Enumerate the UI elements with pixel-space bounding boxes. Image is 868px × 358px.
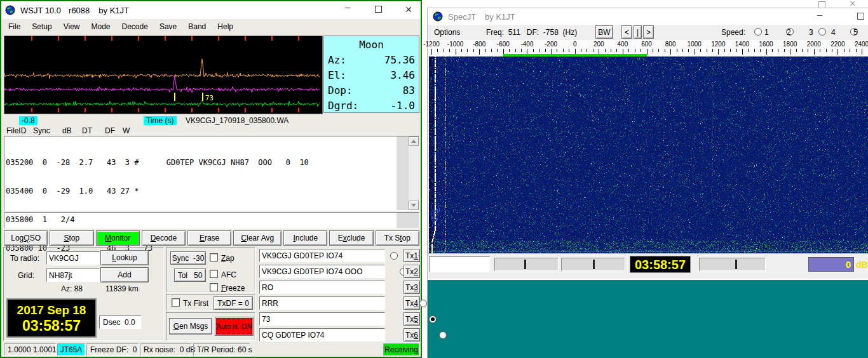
- wsjt-titlebar[interactable]: WSJT 10.0 r6088 by K1JT – ×: [1, 1, 421, 19]
- auto-button[interactable]: Auto is ON: [215, 317, 254, 336]
- message-box: [429, 256, 490, 272]
- tx4-button[interactable]: Tx4: [403, 296, 420, 310]
- nav-right-button[interactable]: >: [643, 25, 654, 39]
- wsjt-minimize-button[interactable]: –: [337, 0, 358, 15]
- txdf-button[interactable]: TxDF = 0: [214, 296, 253, 310]
- moon-az-label: Az:: [328, 53, 346, 68]
- speed-radio-3[interactable]: [818, 28, 826, 36]
- gain-slider-2[interactable]: [561, 258, 625, 271]
- bw-button[interactable]: BW: [595, 25, 613, 39]
- stop-button[interactable]: Stop: [50, 230, 93, 246]
- speed-radio-1[interactable]: [754, 28, 762, 36]
- tx-stop-button[interactable]: Tx Stop: [376, 230, 419, 246]
- specjt-title: SpecJT: [448, 12, 476, 22]
- exclude-button[interactable]: Exclude: [329, 230, 373, 246]
- wsjt-title-rev: r6088: [69, 6, 90, 15]
- freeze-checkbox[interactable]: [210, 283, 218, 291]
- specjt-maximize-button[interactable]: [850, 8, 868, 25]
- tx-radio-6[interactable]: [439, 331, 447, 339]
- tx3-message-input[interactable]: [259, 281, 385, 294]
- nav-center-button[interactable]: |: [634, 25, 642, 39]
- moon-az-value: 75.36: [384, 53, 415, 68]
- nav-left-button[interactable]: <: [621, 25, 632, 39]
- wsjt-title-by: by K1JT: [98, 6, 129, 15]
- menu-help[interactable]: Help: [212, 20, 239, 34]
- average-text-area[interactable]: 035800 1 2/4: [4, 212, 419, 229]
- tx6-message-input[interactable]: [259, 328, 385, 341]
- specjt-app-icon: [433, 11, 443, 22]
- tx5-message-input[interactable]: [259, 312, 385, 326]
- tx6-button[interactable]: Tx6: [403, 328, 420, 341]
- tx4-message-input[interactable]: [259, 296, 385, 310]
- wsjt-close-button[interactable]: ×: [398, 1, 419, 18]
- arrow-down-icon: [411, 204, 416, 207]
- graph-xstart-label: -0.8: [19, 116, 37, 125]
- col-df: DF: [105, 126, 115, 135]
- scroll-up-button[interactable]: [409, 136, 419, 146]
- menu-decode[interactable]: Decode: [116, 20, 154, 34]
- specjt-title-by: by K1JT: [485, 12, 515, 22]
- speed-label: Speed:: [721, 28, 745, 37]
- tx-first-label: Tx First: [183, 299, 208, 308]
- tx1-button[interactable]: Tx1: [403, 249, 420, 262]
- tx2-message-input[interactable]: [259, 265, 385, 278]
- signal-graph: [4, 36, 323, 114]
- specjt-titlebar[interactable]: SpecJT by K1JT –: [428, 8, 868, 25]
- freeze-label: Freeze: [221, 284, 245, 293]
- status-mode: JT65A: [57, 343, 85, 356]
- options-menu[interactable]: Options: [434, 28, 460, 37]
- tx2-button[interactable]: Tx2: [403, 265, 420, 278]
- decode-button[interactable]: Decode: [142, 230, 186, 246]
- tx-radio-4[interactable]: [419, 300, 427, 307]
- tx5-button[interactable]: Tx5: [403, 312, 420, 326]
- wav-filename: VK9CGJ_170918_035800.WA: [186, 116, 288, 125]
- tx1-message-input[interactable]: [259, 249, 385, 262]
- status-rx-noise: Rx noise: 0 dB: [140, 343, 192, 356]
- wsjt-window: WSJT 10.0 r6088 by K1JT – × File Setup V…: [0, 0, 422, 358]
- specjt-minimize-button[interactable]: –: [809, 6, 831, 23]
- include-button[interactable]: Include: [283, 230, 327, 246]
- zap-label: Zap: [221, 254, 234, 263]
- monitor-button[interactable]: Monitor: [96, 230, 140, 246]
- menu-save[interactable]: Save: [154, 20, 182, 34]
- menu-mode[interactable]: Mode: [86, 20, 116, 34]
- waterfall-display[interactable]: [429, 56, 868, 253]
- specjt-time-value: 03:58:57: [635, 258, 686, 272]
- status-receiving: Receiving: [383, 343, 419, 356]
- log-qso-button[interactable]: Log QSO: [4, 230, 48, 246]
- frequency-ruler: -1200-1000-800-600-400-20002004006008001…: [428, 40, 868, 56]
- gen-msgs-button[interactable]: Gen Msgs: [169, 318, 212, 335]
- specjt-control-strip: 03:58:57 0 dB: [428, 253, 868, 275]
- clear-avg-button[interactable]: Clear Avg: [233, 230, 281, 246]
- gen-msgs-panel: Gen Msgs Auto is ON: [166, 312, 255, 341]
- tx-radio-1[interactable]: [390, 252, 398, 260]
- menu-band[interactable]: Band: [182, 20, 212, 34]
- menu-view[interactable]: View: [58, 20, 86, 34]
- specjt-clock: 03:58:57: [630, 256, 691, 273]
- scroll-down-button[interactable]: [409, 201, 419, 210]
- speed-4-label: 4: [831, 28, 836, 37]
- sync-panel: Sync -30 Zap Tol 50 AFC Freeze: [166, 247, 255, 293]
- wsjt-maximize-button[interactable]: [367, 1, 389, 18]
- tol-box[interactable]: Tol 50: [174, 268, 206, 282]
- gain-slider-1[interactable]: [494, 258, 559, 271]
- menu-setup[interactable]: Setup: [26, 20, 57, 34]
- decode-scrollbar[interactable]: [409, 136, 419, 210]
- speed-2-label: 2: [787, 28, 791, 37]
- menu-file[interactable]: File: [3, 20, 26, 34]
- lookup-button[interactable]: Lookup: [100, 250, 149, 265]
- to-radio-input[interactable]: [46, 251, 100, 265]
- gain-slider-3[interactable]: [699, 258, 766, 271]
- sync-box[interactable]: Sync -30: [170, 251, 206, 265]
- dsec-box[interactable]: Dsec 0.0: [99, 315, 141, 329]
- tx3-button[interactable]: Tx3: [403, 281, 420, 294]
- erase-button[interactable]: Erase: [187, 230, 231, 246]
- decode-text-area[interactable]: 035200 0 -28 2.7 43 3 # GD0TEP VK9CGJ NH…: [4, 136, 419, 211]
- tx-first-checkbox[interactable]: [172, 298, 180, 307]
- afc-checkbox[interactable]: [210, 270, 218, 278]
- grid-input[interactable]: [46, 268, 100, 282]
- zap-checkbox[interactable]: [210, 253, 218, 262]
- col-dt: DT: [82, 126, 92, 135]
- speed-1-label: 1: [764, 28, 769, 37]
- add-button[interactable]: Add: [100, 267, 149, 282]
